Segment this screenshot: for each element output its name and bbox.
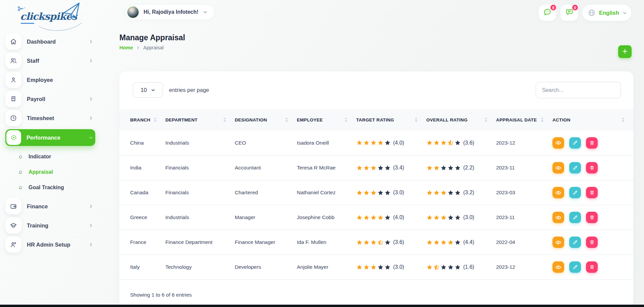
column-label: Overall Rating bbox=[426, 117, 468, 122]
eye-icon bbox=[555, 239, 561, 246]
sort-arrows-icon[interactable] bbox=[285, 117, 288, 122]
edit-button[interactable] bbox=[569, 162, 581, 173]
sidebar-subitem-indicator[interactable]: Indicator bbox=[0, 149, 101, 164]
column-header-overall-rating[interactable]: Overall Rating bbox=[426, 109, 496, 131]
table-row: Canada Financials Chartered Nathaniel Co… bbox=[119, 180, 633, 205]
cell-actions bbox=[552, 180, 633, 205]
cell-appraisal-date: 2023-11 bbox=[496, 205, 552, 230]
column-header-appraisal-date[interactable]: Appraisal Date bbox=[496, 109, 552, 131]
edit-button[interactable] bbox=[569, 187, 581, 198]
chevron-right-icon bbox=[89, 242, 93, 247]
delete-button[interactable] bbox=[586, 137, 598, 149]
delete-button[interactable] bbox=[586, 261, 598, 273]
sidebar-item-dashboard[interactable]: Dashboard bbox=[5, 34, 95, 50]
user-avatar bbox=[127, 6, 139, 18]
home-icon bbox=[5, 34, 21, 50]
delete-button[interactable] bbox=[586, 212, 598, 223]
sort-arrows-icon[interactable] bbox=[415, 117, 418, 122]
star-empty-icon bbox=[384, 165, 391, 171]
star-filled-icon bbox=[363, 140, 370, 146]
view-button[interactable] bbox=[552, 261, 564, 273]
cell-employee: Isadora Oneill bbox=[297, 131, 356, 155]
sort-arrows-icon[interactable] bbox=[154, 117, 157, 122]
cell-department: Industrials bbox=[165, 131, 235, 155]
sidebar-item-hr-admin-setup[interactable]: HR Admin Setup bbox=[5, 237, 95, 253]
sidebar-item-staff[interactable]: Staff bbox=[5, 53, 95, 69]
cell-target-rating: (4.0) bbox=[356, 205, 426, 230]
star-empty-icon bbox=[447, 264, 454, 270]
column-header-branch[interactable]: Branch bbox=[119, 109, 165, 131]
cell-appraisal-date: 2023-11 bbox=[496, 155, 552, 180]
edit-button[interactable] bbox=[569, 237, 581, 248]
sidebar-item-training[interactable]: Training bbox=[5, 217, 95, 234]
sort-arrows-icon[interactable] bbox=[223, 117, 226, 122]
edit-button[interactable] bbox=[569, 261, 581, 273]
sidebar-item-payroll[interactable]: Payroll bbox=[5, 91, 95, 107]
sidebar-item-finance[interactable]: Finance bbox=[5, 198, 95, 214]
overall-rating-stars: (1.6) bbox=[426, 264, 496, 270]
messages-button[interactable]: 0 bbox=[560, 5, 578, 21]
column-header-department[interactable]: Department bbox=[165, 109, 235, 131]
eye-icon bbox=[555, 190, 561, 196]
add-appraisal-button[interactable] bbox=[618, 45, 632, 58]
target-rating-stars: (3.0) bbox=[356, 264, 426, 270]
entries-per-page-value: 10 bbox=[141, 87, 147, 93]
eye-icon bbox=[555, 140, 561, 146]
sidebar-subitem-label: Goal Tracking bbox=[29, 185, 64, 191]
column-header-employee[interactable]: Employee bbox=[297, 109, 356, 131]
star-filled-icon bbox=[377, 214, 384, 221]
sidebar-item-employee[interactable]: Employee bbox=[5, 72, 95, 88]
sidebar-subitem-goal-tracking[interactable]: Goal Tracking bbox=[0, 180, 101, 195]
sidebar-item-performance[interactable]: Performance bbox=[5, 129, 95, 146]
app-logo[interactable]: clickspikes bbox=[17, 2, 91, 31]
view-button[interactable] bbox=[552, 137, 564, 149]
column-header-designation[interactable]: Designation bbox=[235, 109, 297, 131]
user-menu[interactable]: Hi, Rajodiya Infotech! bbox=[125, 4, 215, 20]
breadcrumb-home-link[interactable]: Home bbox=[119, 45, 133, 50]
sidebar-item-label: Employee bbox=[27, 77, 95, 83]
language-selector[interactable]: English bbox=[582, 5, 631, 21]
sidebar-subitem-appraisal[interactable]: Appraisal bbox=[0, 164, 101, 180]
view-button[interactable] bbox=[552, 237, 564, 248]
star-empty-icon bbox=[384, 264, 391, 270]
rating-value: (4.0) bbox=[393, 214, 404, 220]
edit-button[interactable] bbox=[569, 137, 581, 149]
pencil-icon bbox=[572, 190, 578, 196]
star-filled-icon bbox=[356, 190, 363, 196]
cell-employee: Nathaniel Cortez bbox=[297, 180, 356, 205]
delete-button[interactable] bbox=[586, 237, 598, 248]
sort-arrows-icon[interactable] bbox=[484, 117, 487, 122]
column-label: Employee bbox=[297, 117, 323, 122]
table-row: India Financials Accountant Teresa R McR… bbox=[119, 155, 633, 180]
pencil-icon bbox=[572, 140, 578, 146]
sidebar-item-timesheet[interactable]: Timesheet bbox=[5, 110, 95, 126]
entries-per-page-select[interactable]: 10 bbox=[133, 82, 163, 98]
cell-appraisal-date: 2023-12 bbox=[496, 255, 552, 279]
cell-overall-rating: (3.2) bbox=[426, 180, 496, 205]
pencil-icon bbox=[572, 240, 578, 245]
cell-employee: Ida F. Mullen bbox=[297, 230, 356, 255]
cell-branch: India bbox=[119, 155, 165, 180]
trash-icon bbox=[589, 264, 595, 270]
view-button[interactable] bbox=[552, 187, 564, 198]
sort-arrows-icon[interactable] bbox=[622, 117, 625, 122]
users-icon bbox=[5, 53, 21, 69]
view-button[interactable] bbox=[552, 162, 564, 173]
sort-arrows-icon[interactable] bbox=[541, 117, 544, 122]
delete-button[interactable] bbox=[586, 187, 598, 198]
sort-arrows-icon[interactable] bbox=[344, 117, 347, 122]
cell-overall-rating: (1.6) bbox=[426, 255, 496, 279]
column-header-target-rating[interactable]: Target Rating bbox=[356, 109, 426, 131]
sidebar-item-label: Timesheet bbox=[27, 115, 83, 121]
view-button[interactable] bbox=[552, 212, 564, 223]
column-label: Appraisal Date bbox=[496, 117, 537, 122]
inbox-badge: 0 bbox=[572, 4, 579, 11]
edit-button[interactable] bbox=[569, 212, 581, 223]
star-filled-icon bbox=[426, 190, 433, 196]
column-header-action[interactable]: Action bbox=[552, 109, 633, 131]
cell-overall-rating: (3.6) bbox=[426, 131, 496, 155]
sidebar-menu: Dashboard Staff Employee Payroll Timeshe… bbox=[0, 34, 101, 253]
search-input[interactable] bbox=[536, 82, 621, 98]
chat-button[interactable]: 0 bbox=[539, 5, 556, 21]
delete-button[interactable] bbox=[586, 162, 598, 173]
